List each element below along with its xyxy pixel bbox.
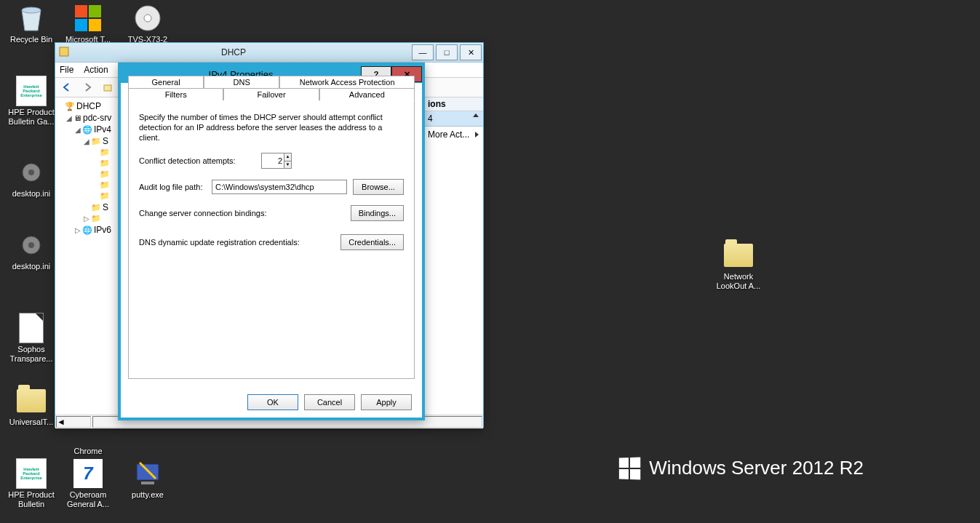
tree-node[interactable]: ◢🌐IPv4 (55, 124, 121, 135)
ipv4-properties-dialog: IPv4 Properties ? ✕ General DNS Network … (118, 63, 425, 420)
tree-label: S (103, 136, 108, 146)
back-button[interactable] (58, 79, 76, 96)
tree-node[interactable]: 📁 (55, 147, 121, 158)
tree-label: S (103, 202, 108, 212)
desktop-icon[interactable]: Hewlett PackardEnterpriseHPE Product Bul… (4, 76, 58, 127)
bindings-button[interactable]: Bindings... (351, 205, 404, 221)
hpe-icon: Hewlett PackardEnterprise (16, 76, 47, 106)
tree-node[interactable]: 📁 (55, 169, 121, 180)
desktop-icon[interactable]: UniversalT... (4, 386, 58, 427)
tree-label: IPv4 (94, 124, 111, 135)
tab-failover[interactable]: Failover (223, 88, 319, 100)
tree-icon: 📁 (91, 214, 101, 223)
desktop-icon[interactable]: Network LookOut A... (712, 240, 765, 291)
tree-icon: 📁 (100, 180, 110, 190)
desktop-icon[interactable]: Sophos Transpare... (4, 313, 58, 364)
expand-icon[interactable]: ◢ (74, 126, 81, 134)
tab-advanced[interactable]: Advanced (319, 88, 415, 101)
recycle-icon (16, 3, 47, 33)
minimize-button[interactable]: — (412, 44, 434, 60)
desktop-icon[interactable]: TVS-X73-2 (121, 3, 175, 44)
tree-node[interactable]: 🏆DHCP (55, 100, 121, 112)
desktop-icon[interactable]: desktop.ini (4, 157, 58, 199)
tab-nap[interactable]: Network Access Protection (279, 76, 415, 88)
tree-icon: 🏆 (65, 102, 75, 111)
desktop-icon[interactable]: Recycle Bin (4, 3, 58, 44)
expand-icon[interactable]: ◢ (83, 137, 89, 145)
advanced-description: Specify the number of times the DHCP ser… (139, 112, 404, 143)
scroll-left[interactable]: ◄ (56, 416, 91, 428)
tree-node[interactable]: 📁 (55, 180, 121, 191)
mslogo-icon (73, 3, 103, 33)
menu-file[interactable]: File (60, 65, 73, 75)
ok-button[interactable]: OK (247, 394, 298, 410)
tree-label: IPv6 (94, 225, 111, 235)
hpe-icon: Hewlett PackardEnterprise (16, 458, 47, 489)
desktop: Recycle BinMicrosoft T...TVS-X73-2Hewlet… (0, 0, 980, 523)
up-button[interactable] (99, 79, 116, 96)
desktop-icon[interactable]: Microsoft T... (61, 3, 115, 44)
tree-icon: 📁 (91, 137, 101, 146)
browse-button[interactable]: Browse... (353, 179, 404, 195)
conflict-attempts-input[interactable] (262, 153, 284, 168)
tree-node[interactable]: 📁 (55, 158, 121, 169)
spin-down-icon[interactable]: ▼ (284, 161, 291, 169)
tree-icon: 🌐 (82, 225, 92, 235)
cancel-button[interactable]: Cancel (304, 394, 355, 410)
tree-node[interactable]: 📁S (55, 201, 121, 213)
credentials-button[interactable]: Credentials... (340, 234, 404, 250)
audit-path-input[interactable] (212, 180, 347, 194)
conflict-label: Conflict detection attempts: (139, 156, 255, 165)
dhcp-app-icon (58, 46, 70, 57)
svg-rect-10 (60, 47, 68, 56)
tree-node[interactable]: ◢🖥pdc-srv (55, 112, 121, 124)
desktop-icon[interactable]: putty.exe (121, 458, 175, 500)
svg-rect-8 (141, 482, 154, 484)
credentials-label: DNS dynamic update registration credenti… (139, 238, 335, 247)
tree-icon: 🌐 (82, 125, 92, 135)
close-button[interactable]: ✕ (460, 44, 482, 60)
svg-point-0 (22, 7, 41, 13)
desktop-icon-label: HPE Product Bulletin (4, 490, 58, 509)
putty-icon (132, 458, 163, 489)
dialog-tabset: General DNS Network Access Protection Fi… (128, 90, 415, 379)
disc-icon (132, 3, 163, 33)
tab-general[interactable]: General (128, 76, 204, 88)
maximize-button[interactable]: □ (436, 44, 458, 60)
expand-icon[interactable]: ◢ (65, 114, 72, 122)
apply-button[interactable]: Apply (361, 394, 412, 410)
menu-action[interactable]: Action (84, 65, 108, 75)
actions-more[interactable]: More Act... (423, 127, 483, 143)
tab-filters[interactable]: Filters (128, 88, 223, 100)
desktop-icon[interactable]: 7Cyberoam General A... (61, 458, 115, 509)
spin-up-icon[interactable]: ▲ (284, 153, 291, 161)
folder-icon (723, 240, 754, 271)
file-icon (16, 313, 47, 343)
desktop-icon[interactable]: desktop.ini (4, 230, 58, 271)
svg-point-4 (28, 169, 34, 175)
tree-node[interactable]: ▷📁 (55, 213, 121, 224)
folder-icon (16, 386, 47, 416)
svg-rect-11 (104, 85, 111, 91)
dhcp-tree[interactable]: 🏆DHCP◢🖥pdc-srv◢🌐IPv4◢📁S📁📁📁📁📁📁S▷📁▷🌐IPv6 (55, 97, 121, 415)
expand-icon[interactable]: ▷ (74, 226, 81, 234)
svg-point-6 (28, 242, 34, 248)
desktop-icon-label: desktop.ini (4, 262, 58, 271)
expand-icon[interactable]: ▷ (83, 215, 89, 223)
actions-selected[interactable]: 4 (423, 111, 483, 127)
desktop-icon-label: HPE Product Bulletin Ga... (4, 108, 58, 127)
desktop-icon-label: UniversalT... (4, 418, 58, 427)
tree-node[interactable]: ◢📁S (55, 135, 121, 147)
conflict-attempts-spinner[interactable]: ▲▼ (261, 153, 292, 169)
tree-icon: 📁 (91, 203, 101, 212)
desktop-icon-label: Chrome (61, 447, 115, 456)
os-watermark: Windows Server 2012 R2 (618, 457, 864, 479)
dhcp-titlebar[interactable]: DHCP — □ ✕ (55, 43, 483, 63)
tab-content-advanced: Specify the number of times the DHCP ser… (129, 90, 414, 266)
desktop-icon[interactable]: Hewlett PackardEnterpriseHPE Product Bul… (4, 458, 58, 509)
tree-label: DHCP (76, 101, 101, 111)
tree-node[interactable]: ▷🌐IPv6 (55, 224, 121, 236)
forward-button[interactable] (79, 79, 96, 96)
tab-dns[interactable]: DNS (204, 76, 279, 88)
tree-node[interactable]: 📁 (55, 191, 121, 201)
